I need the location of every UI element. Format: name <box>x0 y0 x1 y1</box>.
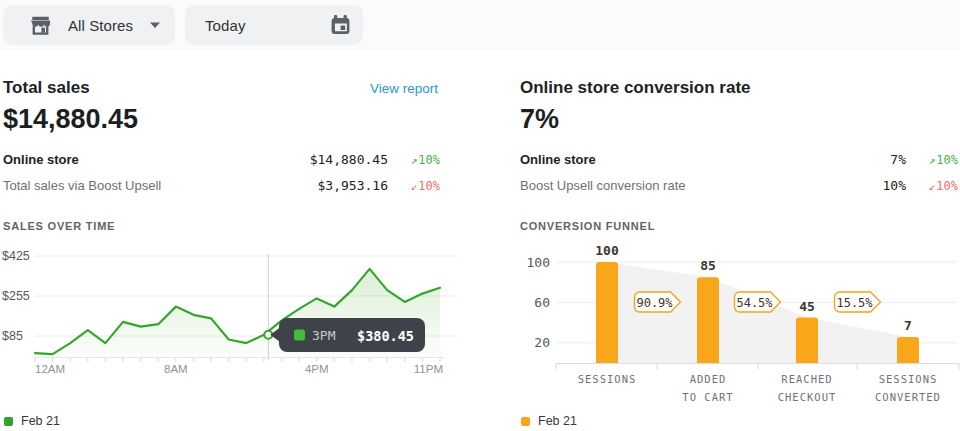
storefront-icon <box>29 15 52 36</box>
sales-chart-legend: Feb 21 <box>4 414 60 428</box>
svg-text:SESSIONS: SESSIONS <box>879 373 938 385</box>
trend-arrow-icon: ↗ <box>411 154 418 167</box>
funnel-chart-legend: Feb 21 <box>521 414 577 428</box>
metric-label: Online store <box>3 152 268 167</box>
svg-text:90.9%: 90.9% <box>636 296 673 310</box>
total-sales-panel: Total sales View report $14,880.45 Onlin… <box>0 50 460 431</box>
svg-text:CHECKOUT: CHECKOUT <box>778 391 837 403</box>
top-toolbar: All Stores Today <box>0 0 960 50</box>
delta-percent: 10% <box>418 153 440 167</box>
metric-label: Boost Upsell conversion rate <box>520 178 786 193</box>
metric-value: 10% <box>786 178 906 193</box>
view-report-link[interactable]: View report <box>370 81 460 96</box>
svg-text:60: 60 <box>534 295 550 310</box>
metric-label: Online store <box>520 152 786 167</box>
metric-delta-badge: ↙10% <box>388 179 440 193</box>
analytics-dashboard: All Stores Today <box>0 0 960 431</box>
total-sales-value: $14,880.45 <box>3 104 138 135</box>
svg-text:$425: $425 <box>2 249 30 263</box>
svg-text:7: 7 <box>904 318 912 333</box>
metric-delta-badge: ↙10% <box>906 179 958 193</box>
svg-text:$255: $255 <box>2 289 30 303</box>
metric-label: Total sales via Boost Upsell <box>3 178 268 193</box>
svg-text:REACHED: REACHED <box>781 373 832 385</box>
delta-percent: 10% <box>936 153 958 167</box>
legend-swatch-green <box>4 417 13 426</box>
metric-row-boost-upsell-sales: Total sales via Boost Upsell $3,953.16 ↙… <box>3 178 440 198</box>
date-range-button[interactable]: Today <box>185 5 363 45</box>
trend-arrow-icon: ↗ <box>929 154 936 167</box>
svg-text:45: 45 <box>799 299 815 314</box>
svg-text:4PM: 4PM <box>305 363 329 375</box>
total-sales-title: Total sales <box>0 78 90 98</box>
conversion-rate-title: Online store conversion rate <box>520 78 751 98</box>
svg-text:11PM: 11PM <box>414 363 443 375</box>
conversion-rate-value: 7% <box>520 104 559 135</box>
delta-percent: 10% <box>936 179 958 193</box>
svg-text:8AM: 8AM <box>164 363 188 375</box>
date-range-label: Today <box>205 17 246 34</box>
store-selector-label: All Stores <box>68 17 133 34</box>
svg-text:3PM: 3PM <box>312 328 336 343</box>
legend-swatch-orange <box>521 417 530 426</box>
svg-text:CONVERTED: CONVERTED <box>875 391 941 403</box>
svg-text:100: 100 <box>595 243 619 258</box>
svg-text:$85: $85 <box>2 329 23 343</box>
chevron-down-icon <box>149 21 161 29</box>
metric-value: $3,953.16 <box>268 178 388 193</box>
svg-text:100: 100 <box>527 255 550 270</box>
svg-text:12AM: 12AM <box>35 363 65 375</box>
metric-delta-badge: ↗10% <box>906 153 958 167</box>
trend-arrow-icon: ↙ <box>929 180 936 193</box>
conversion-funnel-heading: CONVERSION FUNNEL <box>520 220 655 232</box>
metric-row-online-store-rate: Online store 7% ↗10% <box>520 152 958 172</box>
svg-text:TO CART: TO CART <box>682 391 733 403</box>
metric-delta-badge: ↗10% <box>388 153 440 167</box>
metric-row-boost-upsell-rate: Boost Upsell conversion rate 10% ↙10% <box>520 178 958 198</box>
svg-text:54.5%: 54.5% <box>736 296 773 310</box>
calendar-icon <box>329 14 352 37</box>
metric-row-online-store-sales: Online store $14,880.45 ↗10% <box>3 152 440 172</box>
conversion-funnel-chart[interactable]: 10060201008545790.9%54.5%15.5%SESSIONSAD… <box>520 240 960 414</box>
svg-text:ADDED: ADDED <box>690 373 727 385</box>
sales-over-time-chart[interactable]: $425$255$8512AM8AM4PM11PM3PM$380.45 <box>0 240 460 379</box>
legend-label: Feb 21 <box>21 414 60 428</box>
store-selector-button[interactable]: All Stores <box>3 5 175 45</box>
sales-over-time-heading: SALES OVER TIME <box>3 220 115 232</box>
delta-percent: 10% <box>418 179 440 193</box>
metric-value: 7% <box>786 152 906 167</box>
svg-text:SESSIONS: SESSIONS <box>578 373 637 385</box>
conversion-rate-panel: Online store conversion rate 7% Online s… <box>520 50 960 431</box>
svg-text:15.5%: 15.5% <box>836 296 873 310</box>
svg-text:85: 85 <box>700 258 716 273</box>
legend-label: Feb 21 <box>538 414 577 428</box>
svg-text:$380.45: $380.45 <box>357 328 414 344</box>
trend-arrow-icon: ↙ <box>411 180 418 193</box>
svg-text:20: 20 <box>534 335 550 350</box>
metric-value: $14,880.45 <box>268 152 388 167</box>
